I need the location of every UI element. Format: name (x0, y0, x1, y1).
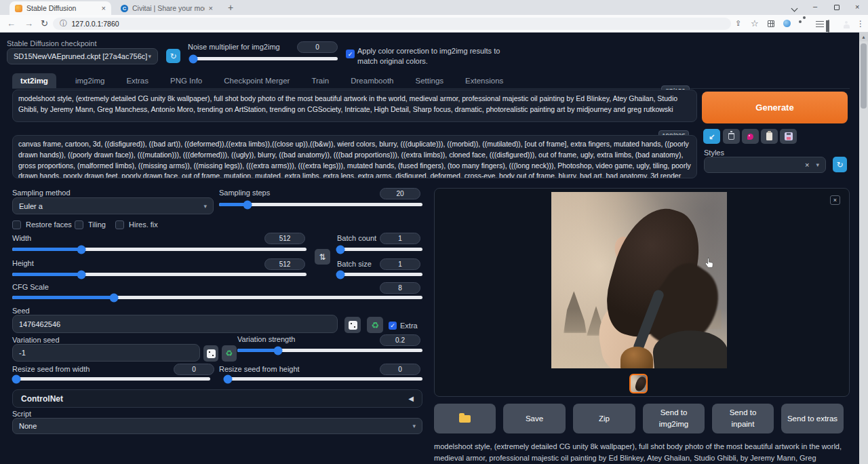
tab-extensions[interactable]: Extensions (462, 73, 506, 88)
back-icon[interactable]: ← (7, 18, 16, 28)
seed-input[interactable]: 1476462546 (12, 315, 338, 333)
send-to-extras-button[interactable]: Send to extras (781, 404, 844, 433)
resize-seed-height-slider[interactable] (224, 377, 422, 381)
width-slider[interactable] (12, 248, 307, 251)
refresh-styles-button[interactable]: ↻ (833, 157, 847, 172)
random-variation-seed-button[interactable] (203, 345, 218, 362)
tab-dreambooth[interactable]: Dreambooth (348, 73, 396, 88)
tab-checkpoint-merger[interactable]: Checkpoint Merger (221, 73, 292, 88)
browser-tab-stable-diffusion[interactable]: Stable Diffusion × (9, 1, 111, 15)
controlnet-accordion[interactable]: ControlNet ◀ (12, 389, 422, 408)
dice-icon (207, 349, 216, 358)
height-input[interactable]: 512 (264, 258, 305, 270)
cfg-scale-slider[interactable] (12, 296, 422, 299)
send-to-inpaint-button[interactable]: Send to inpaint (712, 404, 774, 433)
noise-multiplier-label: Noise multiplier for img2img (188, 43, 280, 51)
restore-faces-checkbox[interactable] (12, 220, 21, 229)
width-input[interactable]: 512 (264, 233, 305, 244)
resize-seed-height-input[interactable]: 0 (380, 364, 420, 375)
window-restore-button[interactable] (834, 5, 840, 10)
negative-prompt-textarea[interactable]: canvas frame, cartoon, 3d, ((disfigured)… (12, 135, 697, 178)
apps-grid-icon[interactable] (768, 20, 774, 27)
color-correction-label: Apply color correction to img2img result… (357, 46, 517, 66)
batch-count-input[interactable]: 1 (380, 233, 420, 244)
kebab-menu-icon[interactable]: ⋮ (856, 19, 865, 28)
reuse-variation-seed-button[interactable]: ♻ (222, 345, 237, 362)
clear-prompt-button[interactable] (723, 129, 740, 144)
bookmark-star-icon[interactable]: ☆ (751, 18, 759, 28)
generated-image[interactable] (551, 192, 727, 368)
scrollbar-up-icon[interactable]: ▲ (859, 33, 868, 41)
tab-txt2img[interactable]: txt2img (12, 73, 56, 88)
random-seed-button[interactable] (344, 317, 361, 333)
height-slider[interactable] (12, 273, 307, 276)
tab-search-chevron-icon[interactable] (792, 6, 797, 11)
sampling-method-dropdown[interactable]: Euler a ▾ (12, 197, 214, 214)
extension-blue-icon[interactable] (783, 20, 791, 27)
paste-params-button[interactable]: ↙ (703, 129, 720, 144)
send-to-extras-label: Send to extras (787, 413, 837, 425)
site-info-icon[interactable]: ⓘ (60, 19, 67, 28)
color-correction-checkbox[interactable]: ✓ (346, 50, 355, 58)
tiling-label: Tiling (88, 220, 106, 229)
share-icon[interactable]: ⇪ (735, 19, 741, 28)
check-icon: ✓ (348, 51, 353, 58)
swap-width-height-button[interactable]: ⇅ (315, 249, 330, 265)
new-tab-button[interactable]: + (228, 2, 233, 13)
scrollbar-thumb[interactable] (861, 43, 867, 109)
batch-count-slider[interactable] (337, 248, 422, 251)
extra-networks-button[interactable] (742, 129, 759, 144)
prompt-textarea[interactable]: modelshoot style, (extremely detailed CG… (12, 90, 697, 122)
script-value: None (19, 422, 37, 430)
checkpoint-dropdown[interactable]: SD15NewVAEpruned.ckpt [27a4ac756c] ▾ (7, 48, 158, 64)
tab-png-info[interactable]: PNG Info (167, 73, 205, 88)
variation-strength-slider[interactable] (237, 349, 422, 352)
generate-button[interactable]: Generate (702, 92, 848, 123)
window-close-button[interactable]: × (855, 3, 859, 11)
extra-seed-checkbox[interactable]: ✓ (389, 322, 397, 330)
chevron-down-icon: ▾ (203, 203, 207, 210)
resize-seed-width-slider[interactable] (12, 377, 210, 381)
variation-strength-input[interactable]: 0.2 (380, 334, 420, 346)
browser-tab-civitai[interactable]: C Civitai | Share your models × (115, 1, 218, 15)
apply-styles-button[interactable] (761, 129, 778, 144)
tiling-checkbox[interactable] (75, 220, 83, 229)
gallery-thumbnail-selected[interactable] (629, 374, 648, 393)
reuse-seed-button[interactable]: ♻ (367, 317, 383, 333)
noise-multiplier-input[interactable]: 0 (297, 41, 338, 53)
styles-dropdown[interactable]: × ▾ (704, 157, 826, 173)
reading-list-icon[interactable] (816, 21, 824, 27)
window-minimize-button[interactable]: – (813, 2, 817, 10)
save-button[interactable]: Save (503, 404, 566, 433)
batch-count-label: Batch count (337, 234, 376, 242)
save-style-button[interactable] (780, 129, 797, 144)
forward-icon[interactable]: → (24, 18, 33, 28)
batch-size-label: Batch size (337, 260, 372, 268)
resize-seed-width-input[interactable]: 0 (174, 364, 214, 375)
reload-icon[interactable]: ↻ (41, 18, 48, 28)
send-to-img2img-button[interactable]: Send to img2img (643, 404, 705, 433)
close-gallery-button[interactable]: × (830, 195, 840, 205)
variation-strength-label: Variation strength (237, 335, 295, 343)
tab-close-icon[interactable]: × (102, 5, 106, 12)
open-folder-button[interactable] (434, 404, 496, 433)
variation-seed-input[interactable]: -1 (12, 344, 200, 362)
tab-close-icon[interactable]: × (209, 5, 213, 12)
hires-fix-checkbox[interactable] (115, 220, 124, 229)
tab-train[interactable]: Train (309, 73, 332, 88)
cfg-scale-input[interactable]: 8 (380, 282, 420, 294)
noise-multiplier-slider[interactable] (191, 57, 338, 60)
tab-settings[interactable]: Settings (413, 73, 447, 88)
script-dropdown[interactable]: None ▾ (12, 418, 422, 434)
refresh-checkpoint-button[interactable]: ↻ (166, 49, 180, 63)
address-bar[interactable]: ⓘ 127.0.0.1:7860 (53, 18, 731, 30)
tab-extras[interactable]: Extras (123, 73, 151, 88)
tab-img2img[interactable]: img2img (73, 73, 107, 88)
sampling-steps-slider[interactable] (219, 203, 422, 206)
clear-styles-icon[interactable]: × (805, 161, 809, 169)
side-panel-icon[interactable] (828, 20, 829, 33)
batch-size-slider[interactable] (337, 273, 422, 276)
batch-size-input[interactable]: 1 (380, 258, 420, 270)
sampling-steps-input[interactable]: 20 (380, 188, 420, 199)
zip-button[interactable]: Zip (573, 404, 635, 433)
